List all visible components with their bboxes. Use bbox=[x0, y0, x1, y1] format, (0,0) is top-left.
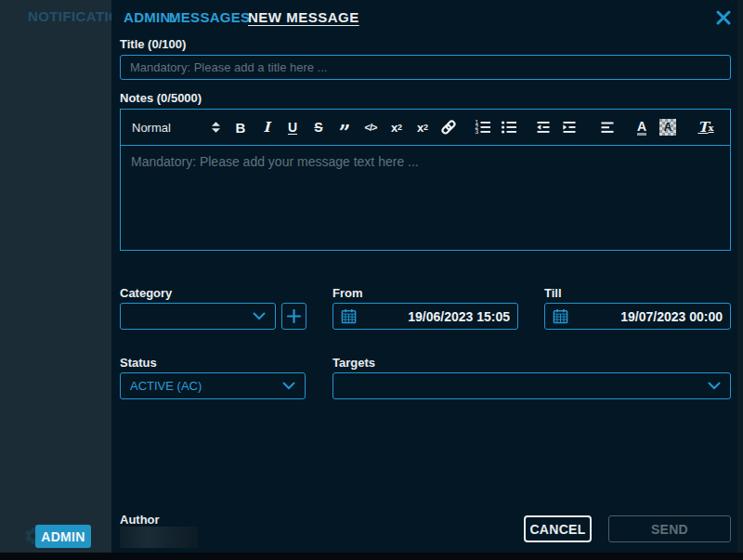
strikethrough-icon[interactable]: S bbox=[306, 115, 332, 139]
from-date-input[interactable] bbox=[357, 309, 510, 324]
text-color-letter: A bbox=[637, 120, 646, 136]
plus-icon bbox=[287, 309, 301, 323]
close-icon[interactable] bbox=[715, 9, 732, 26]
breadcrumb-admin: ADMIN: bbox=[124, 9, 176, 25]
status-label: Status bbox=[120, 356, 157, 370]
clear-formatting-mark: x bbox=[709, 123, 714, 133]
breadcrumb-messages[interactable]: MESSAGES bbox=[169, 9, 250, 25]
blockquote-icon[interactable]: ” bbox=[332, 115, 358, 139]
status-value: ACTIVE (AC) bbox=[130, 379, 282, 393]
author-value-redacted bbox=[120, 527, 198, 548]
format-picker-value: Normal bbox=[132, 121, 171, 135]
clear-formatting-icon[interactable]: Tx bbox=[693, 115, 719, 139]
title-label: Title (0/100) bbox=[120, 37, 186, 51]
till-date-field[interactable] bbox=[544, 303, 731, 330]
subscript-base: x bbox=[391, 121, 398, 135]
format-picker[interactable]: Normal bbox=[132, 115, 220, 139]
superscript-base: x bbox=[417, 121, 424, 135]
superscript-mark: 2 bbox=[424, 123, 428, 132]
calendar-icon bbox=[341, 308, 357, 324]
align-icon[interactable] bbox=[594, 115, 620, 139]
format-picker-arrows-icon bbox=[212, 122, 220, 133]
targets-label: Targets bbox=[332, 356, 375, 370]
calendar-icon bbox=[553, 308, 568, 324]
background-right-strip bbox=[737, 0, 743, 553]
cancel-button[interactable]: CANCEL bbox=[524, 515, 592, 542]
category-label: Category bbox=[120, 286, 172, 300]
link-icon[interactable] bbox=[436, 115, 462, 139]
ordered-list-icon[interactable]: 123 bbox=[470, 115, 496, 139]
underline-icon[interactable]: U bbox=[280, 115, 306, 139]
till-date-input[interactable] bbox=[568, 309, 723, 324]
svg-text:3: 3 bbox=[476, 128, 479, 135]
clear-formatting-base: T bbox=[697, 119, 708, 136]
chevron-down-icon bbox=[282, 382, 295, 390]
title-input[interactable] bbox=[120, 55, 731, 80]
background-color-letter: A bbox=[659, 119, 676, 136]
chevron-down-icon bbox=[708, 382, 721, 390]
till-label: Till bbox=[544, 286, 562, 300]
background-bottom-strip bbox=[0, 553, 743, 560]
admin-button[interactable]: ADMIN bbox=[35, 525, 91, 548]
category-select[interactable] bbox=[120, 303, 276, 330]
italic-icon[interactable]: I bbox=[254, 115, 280, 139]
send-button[interactable]: SEND bbox=[608, 515, 731, 542]
from-date-field[interactable] bbox=[332, 303, 518, 330]
targets-select[interactable] bbox=[332, 372, 731, 399]
outdent-icon[interactable] bbox=[530, 115, 556, 139]
status-select[interactable]: ACTIVE (AC) bbox=[120, 372, 306, 399]
background-page-title: NOTIFICATIONS ( bbox=[28, 8, 111, 24]
bold-icon[interactable]: B bbox=[228, 115, 254, 139]
new-message-dialog: ADMIN: MESSAGES NEW MESSAGE Title (0/100… bbox=[111, 0, 737, 553]
superscript-icon[interactable]: x2 bbox=[410, 115, 436, 139]
text-color-icon[interactable]: A bbox=[629, 115, 655, 139]
notes-placeholder: Mandatory: Please add your message text … bbox=[131, 154, 720, 169]
rich-text-toolbar: Normal B I U S ” </> x2 x2 123 bbox=[120, 109, 731, 146]
chevron-down-icon bbox=[253, 312, 266, 320]
code-block-icon[interactable]: </> bbox=[358, 115, 384, 139]
subscript-mark: 2 bbox=[398, 123, 402, 132]
add-category-button[interactable] bbox=[281, 303, 306, 330]
notes-editor[interactable]: Mandatory: Please add your message text … bbox=[120, 145, 731, 251]
from-label: From bbox=[332, 286, 363, 300]
subscript-icon[interactable]: x2 bbox=[384, 115, 410, 139]
notes-label: Notes (0/5000) bbox=[120, 91, 202, 105]
tab-new-message[interactable]: NEW MESSAGE bbox=[248, 9, 359, 25]
author-label: Author bbox=[120, 513, 160, 527]
indent-icon[interactable] bbox=[556, 115, 582, 139]
background-color-icon[interactable]: A bbox=[655, 115, 681, 139]
bullet-list-icon[interactable] bbox=[496, 115, 522, 139]
background-page: NOTIFICATIONS ( ADMIN bbox=[0, 0, 111, 553]
